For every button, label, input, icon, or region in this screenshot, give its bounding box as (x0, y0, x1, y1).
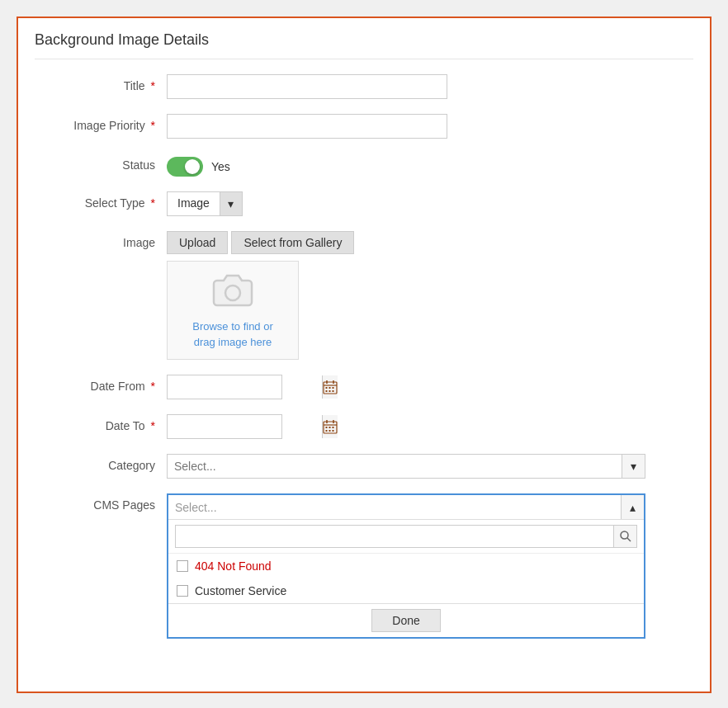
chevron-down-icon (631, 460, 636, 473)
done-button[interactable]: Done (371, 609, 440, 632)
date-from-wrap (167, 375, 282, 399)
cms-pages-label: CMS Pages (35, 493, 167, 512)
category-select[interactable] (168, 455, 622, 477)
cms-search-input[interactable] (175, 525, 614, 548)
status-label: Status (35, 153, 167, 172)
category-dropdown-btn[interactable] (622, 455, 645, 478)
cms-pages-wrap: Select... (167, 493, 645, 639)
svg-rect-9 (329, 390, 331, 392)
svg-rect-8 (326, 390, 328, 392)
chevron-up-icon (630, 501, 636, 514)
date-from-input[interactable] (168, 376, 322, 398)
form-container: Background Image Details Title * Image P… (17, 17, 711, 693)
date-to-calendar-btn[interactable] (322, 415, 338, 438)
image-drop-zone[interactable]: Browse to find ordrag image here (167, 261, 299, 360)
svg-rect-17 (333, 427, 334, 428)
date-from-required: * (151, 380, 155, 393)
image-row: Image Upload Select from Gallery Browse … (35, 231, 693, 360)
category-row: Category (35, 454, 693, 479)
select-type-required: * (151, 196, 155, 210)
date-to-row: Date To * (35, 414, 693, 439)
cms-option-404-label: 404 Not Found (195, 559, 272, 573)
cms-pages-row: CMS Pages Select... (35, 493, 693, 639)
select-type-wrap: Image ▾ (167, 191, 243, 216)
cms-pages-dropdown-btn[interactable] (621, 495, 644, 519)
svg-rect-18 (326, 430, 328, 432)
cms-checkbox-404[interactable] (177, 560, 188, 572)
title-required: * (151, 79, 155, 92)
date-to-label: Date To * (35, 414, 167, 432)
chevron-down-icon: ▾ (228, 197, 234, 210)
cms-checkbox-customer-service[interactable] (177, 585, 188, 597)
svg-line-22 (627, 538, 631, 541)
svg-rect-10 (333, 390, 334, 392)
category-label: Category (35, 454, 167, 472)
svg-rect-16 (329, 427, 331, 428)
cms-option-404[interactable]: 404 Not Found (168, 554, 644, 578)
image-upload-section: Upload Select from Gallery Browse to fin… (167, 231, 354, 360)
camera-icon (212, 271, 253, 313)
date-to-required: * (151, 419, 155, 432)
date-to-wrap (167, 414, 282, 439)
priority-row: Image Priority * (35, 114, 693, 139)
cms-pages-header: Select... (168, 495, 644, 520)
drop-text: Browse to find ordrag image here (192, 319, 273, 349)
gallery-button[interactable]: Select from Gallery (231, 231, 354, 254)
svg-rect-15 (326, 427, 328, 428)
select-type-row: Select Type * Image ▾ (35, 191, 693, 216)
priority-input[interactable] (167, 114, 447, 139)
select-type-label: Select Type * (35, 191, 167, 210)
image-buttons: Upload Select from Gallery (167, 231, 354, 254)
cms-option-customer-service-label: Customer Service (195, 584, 286, 597)
select-type-dropdown-btn[interactable]: ▾ (220, 191, 243, 216)
title-input[interactable] (167, 74, 447, 99)
toggle-thumb (185, 159, 200, 174)
cms-dropdown: 404 Not Found Customer Service Done (168, 520, 644, 637)
cms-pages-placeholder: Select... (168, 501, 621, 514)
date-from-row: Date From * (35, 375, 693, 399)
status-value: Yes (211, 160, 230, 173)
svg-rect-20 (333, 430, 334, 432)
page-title: Background Image Details (35, 31, 693, 59)
priority-required: * (151, 119, 155, 132)
svg-rect-6 (329, 387, 331, 389)
svg-point-21 (621, 531, 628, 539)
date-from-label: Date From * (35, 375, 167, 393)
status-row: Status Yes (35, 153, 693, 177)
select-type-value: Image (167, 191, 220, 216)
status-toggle-wrap: Yes (167, 153, 230, 177)
upload-button[interactable]: Upload (167, 231, 228, 254)
date-to-input[interactable] (168, 416, 322, 437)
date-from-calendar-btn[interactable] (322, 375, 338, 399)
title-label: Title * (35, 74, 167, 92)
image-label: Image (35, 231, 167, 249)
search-icon (614, 525, 637, 548)
priority-label: Image Priority * (35, 114, 167, 132)
title-row: Title * (35, 74, 693, 99)
cms-done-wrap: Done (168, 603, 644, 637)
category-select-wrap (167, 454, 645, 479)
cms-search-wrap (168, 520, 644, 554)
svg-rect-5 (326, 387, 328, 389)
cms-option-customer-service[interactable]: Customer Service (168, 578, 644, 603)
svg-rect-7 (333, 387, 334, 389)
svg-rect-19 (329, 430, 331, 432)
status-toggle[interactable] (167, 157, 203, 177)
